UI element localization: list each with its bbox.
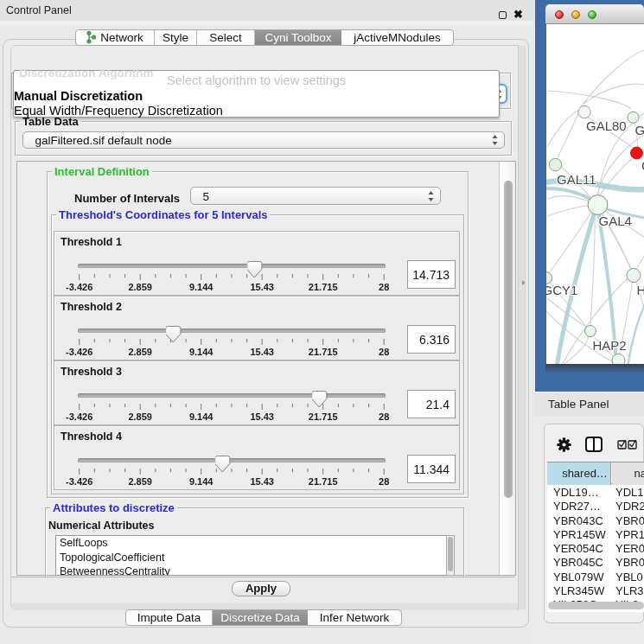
svg-text:GAL4: GAL4 bbox=[599, 214, 632, 228]
svg-text:GAL80: GAL80 bbox=[586, 118, 627, 133]
svg-text:HAP2: HAP2 bbox=[593, 338, 627, 353]
svg-text:GCY1: GCY1 bbox=[546, 283, 577, 297]
svg-text:GA: GA bbox=[635, 123, 644, 137]
svg-text:HE: HE bbox=[637, 283, 644, 297]
svg-text:GAL11: GAL11 bbox=[557, 172, 596, 187]
